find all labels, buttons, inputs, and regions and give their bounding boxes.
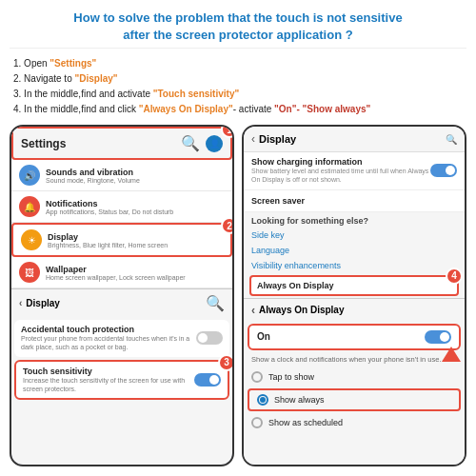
- sound-icon: 🔊: [19, 165, 40, 186]
- phone-1: Settings 🔍 👤 1 🔊 Sounds and vibration So…: [10, 125, 234, 466]
- touch-sensitivity-item: Touch sensitivity Increase the touch sen…: [14, 360, 229, 400]
- page: How to solve the problem that the touch …: [0, 0, 476, 476]
- step4-highlight2: "On"- "Show always": [274, 104, 370, 114]
- phone1-screen: Settings 🔍 👤 1 🔊 Sounds and vibration So…: [11, 127, 232, 465]
- title-line1: How to solve the problem that the touch …: [73, 10, 402, 25]
- aod-screen: ‹ Always On Display On Show a clock and …: [244, 298, 465, 465]
- aod-back-chevron[interactable]: ‹: [251, 304, 255, 317]
- screen-saver-item[interactable]: Screen saver: [244, 190, 465, 212]
- arrow-icon: [442, 347, 461, 362]
- step2-highlight: "Display": [74, 73, 117, 84]
- display-section: ‹ Display 🔍 Accidental touch protection …: [11, 288, 232, 401]
- always-on-display-button[interactable]: Always On Display: [249, 275, 459, 296]
- aod-header: ‹ Always On Display: [244, 299, 465, 322]
- wallpaper-sub: Home screen wallpaper, Lock screen wallp…: [46, 274, 225, 281]
- display-search-icon[interactable]: 🔍: [206, 294, 225, 312]
- display-title: Display: [48, 232, 223, 242]
- step4-highlight1: "Always On Display": [139, 104, 233, 114]
- badge-4: 4: [446, 268, 463, 285]
- settings-item-display[interactable]: ☀ Display Brightness, Blue light filter,…: [11, 223, 232, 257]
- notif-icon: 🔔: [19, 196, 40, 217]
- phone2-screen: ‹ Display 🔍 Show charging information Sh…: [244, 127, 465, 465]
- sounds-sub: Sound mode, Ringtone, Volume: [46, 177, 225, 184]
- show-scheduled-label: Show as scheduled: [268, 418, 343, 427]
- touch-sensitivity-sub: Increase the touch sensitivity of the sc…: [23, 376, 194, 393]
- aod-title: Always On Display: [259, 305, 344, 315]
- aod-on-row: On: [248, 324, 461, 350]
- aod-on-toggle[interactable]: [425, 330, 451, 344]
- charging-toggle[interactable]: [430, 164, 457, 177]
- charging-info-item: Show charging information Show battery l…: [244, 152, 465, 189]
- display-sub: Brightness, Blue light filter, Home scre…: [48, 242, 223, 248]
- tap-to-show-label: Tap to show: [268, 372, 314, 382]
- steps-section: 1. Open "Settings" 2. Navigate to "Displ…: [10, 54, 466, 119]
- tap-to-show-option[interactable]: Tap to show: [244, 367, 465, 387]
- accidental-sub: Protect your phone from accidental touch…: [21, 334, 196, 351]
- profile-icon[interactable]: 👤: [206, 135, 223, 152]
- header-icons: 🔍 👤: [181, 134, 223, 152]
- settings-header: Settings 🔍 👤: [11, 127, 232, 160]
- search-icon[interactable]: 🔍: [181, 134, 200, 152]
- side-key-link[interactable]: Side key: [244, 228, 465, 243]
- notif-title: Notifications: [46, 199, 225, 208]
- display-icon: ☀: [21, 229, 42, 250]
- tap-to-show-radio[interactable]: [251, 371, 263, 383]
- step-2: 2. Navigate to "Display": [13, 71, 463, 87]
- back-chevron[interactable]: ‹: [19, 298, 22, 308]
- display-sub-title: Display: [26, 298, 60, 308]
- show-always-radio[interactable]: [257, 394, 268, 406]
- screen-saver-title: Screen saver: [251, 196, 457, 206]
- accidental-title: Accidental touch protection: [21, 325, 196, 334]
- sounds-title: Sounds and vibration: [46, 168, 225, 177]
- step3-highlight: "Touch sensitivity": [153, 89, 239, 99]
- display-menu-header: ‹ Display 🔍: [244, 127, 465, 152]
- display-sub-header: ‹ Display 🔍: [11, 289, 232, 317]
- settings-title: Settings: [21, 137, 66, 150]
- touch-sensitivity-toggle[interactable]: [194, 373, 221, 387]
- language-link[interactable]: Language: [244, 243, 465, 258]
- accidental-toggle[interactable]: [196, 331, 223, 345]
- touch-sensitivity-title: Touch sensitivity: [23, 367, 194, 376]
- show-always-option[interactable]: Show always: [248, 388, 461, 411]
- step-4: 4. In the middle,find and click "Always …: [13, 102, 463, 117]
- show-scheduled-option[interactable]: Show as scheduled: [244, 413, 465, 432]
- wallpaper-icon: 🖼: [19, 262, 40, 283]
- wallpaper-title: Wallpaper: [46, 265, 225, 274]
- settings-item-wallpaper[interactable]: 🖼 Wallpaper Home screen wallpaper, Lock …: [11, 257, 232, 288]
- display-menu-title: Display: [259, 133, 296, 145]
- charging-title: Show charging information: [251, 157, 430, 167]
- aod-sub-text: Show a clock and notifications when your…: [244, 352, 465, 368]
- step-1: 1. Open "Settings": [13, 56, 463, 71]
- show-always-label: Show always: [274, 395, 325, 405]
- step1-highlight: "Settings": [50, 58, 96, 69]
- phones-container: Settings 🔍 👤 1 🔊 Sounds and vibration So…: [10, 125, 466, 466]
- notif-sub: App notifications, Status bar, Do not di…: [46, 208, 225, 215]
- show-scheduled-radio[interactable]: [251, 417, 263, 428]
- aod-on-label: On: [257, 331, 270, 342]
- settings-item-notifications[interactable]: 🔔 Notifications App notifications, Statu…: [11, 191, 232, 223]
- accidental-touch-item: Accidental touch protection Protect your…: [14, 320, 229, 356]
- settings-item-sounds[interactable]: 🔊 Sounds and vibration Sound mode, Ringt…: [11, 160, 232, 191]
- svg-marker-0: [442, 347, 461, 362]
- display-menu-search-icon[interactable]: 🔍: [446, 134, 457, 145]
- visibility-link[interactable]: Visibility enhancements: [244, 258, 465, 273]
- badge-3: 3: [218, 354, 232, 371]
- page-title: How to solve the problem that the touch …: [10, 10, 466, 49]
- step-3: 3. In the middle,find and activate "Touc…: [13, 87, 463, 102]
- charging-sub: Show battery level and estimated time un…: [251, 167, 430, 184]
- phone-2: ‹ Display 🔍 Show charging information Sh…: [242, 125, 466, 466]
- display-back-chevron[interactable]: ‹: [251, 132, 255, 146]
- looking-section-title: Looking for something else?: [244, 212, 465, 228]
- title-line2: after the screen protector application ?: [123, 28, 352, 42]
